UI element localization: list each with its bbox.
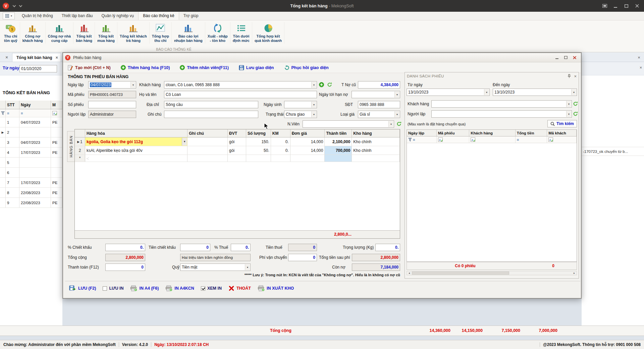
exit-button[interactable]: THOÁT — [228, 285, 251, 291]
ribbon-tab[interactable]: Báo cáo thống kê — [138, 11, 179, 20]
report-row[interactable]: 6 — [0, 168, 62, 178]
thanh-toan-input[interactable]: 0 — [105, 264, 145, 271]
chiet-khau-pct-input[interactable]: 0. — [105, 244, 145, 251]
product-col[interactable]: Kho hàng — [352, 129, 400, 137]
application-menu-button[interactable]: ▾ — [3, 12, 15, 19]
scroll-left-icon[interactable]: ◂ — [407, 271, 412, 275]
chevron-down-icon[interactable]: ▾ — [571, 89, 576, 95]
report-row-fragment[interactable]: -170723_ok chuyển từ b... — [582, 147, 644, 156]
report-row[interactable]: 304/07/2023PE — [0, 137, 62, 148]
ghi-chu-input[interactable] — [164, 111, 258, 118]
toolbar-customize-icon[interactable] — [19, 4, 22, 7]
loai-gia-combo[interactable]: Giá sỉ▾ — [358, 111, 400, 118]
ribbon-tab[interactable]: Quản lý nghiệp vụ — [97, 11, 139, 20]
product-col[interactable]: Đơn giá — [290, 129, 325, 137]
them-hang-hoa-button[interactable]: Thêm hàng hóa (F10) — [121, 65, 170, 70]
report-col[interactable]: Ngày — [19, 101, 51, 109]
print-a4kcn-button[interactable]: IN A4KCN — [165, 285, 194, 291]
ribbon-item-thu-chi-ton-quy[interactable]: $Thu chitồn quỹ — [2, 22, 20, 44]
refresh-customer-icon[interactable] — [327, 82, 332, 88]
quy-combo[interactable]: Tiền mặt▾ — [180, 264, 251, 271]
ribbon-tab[interactable]: Thiết lập ban đầu — [57, 11, 97, 20]
ribbon-item-tong-hop-thu-chi[interactable]: Tổng hợpthu chi — [150, 22, 172, 44]
trang-thai-combo[interactable]: Chưa giao▾ — [284, 111, 317, 118]
report-row[interactable]: 417/07/2023PE — [0, 148, 62, 158]
ho-ten-input[interactable]: Cô Loan — [164, 91, 317, 98]
nvien-combo[interactable]: ▾ — [303, 120, 394, 128]
close-button[interactable] — [633, 2, 641, 10]
ribbon-item-tong-ket-ban-hang[interactable]: Tổng kếtbán hàng — [73, 22, 95, 44]
report-col[interactable]: M — [51, 101, 62, 109]
search-button[interactable]: Tìm kiếm — [547, 120, 577, 127]
refresh-icon[interactable] — [573, 111, 578, 117]
report-row[interactable]: 822/08/2023PE — [0, 188, 62, 198]
receipt-col[interactable]: Mã khách — [547, 130, 577, 136]
ngay-lap-input[interactable]: 04/07/2023▾ — [88, 81, 136, 89]
receipt-col[interactable]: Mã phiếu — [437, 130, 470, 136]
tab-hang-ban[interactable]: HÀNG BÁN — [67, 131, 74, 162]
report-row[interactable]: 5 — [0, 158, 62, 168]
panel-close-icon[interactable]: × — [574, 74, 577, 79]
horizontal-scrollbar[interactable]: ◂ ▸ — [407, 271, 577, 275]
receipt-col[interactable]: Khách hàng — [469, 130, 515, 136]
ribbon-item-tong-hop-ket-qua-kinh-doanh[interactable]: Tổng hợp kếtquả kinh doanh — [252, 22, 284, 44]
screen-switch-icon[interactable] — [600, 2, 609, 10]
panel-caption[interactable]: DANH SÁCH PHIẾU × — [405, 72, 579, 80]
ribbon-item-bao-cao-loi-nhuan-ban-hang[interactable]: Báo cáo lợinhuận bán hàng — [172, 22, 205, 44]
khach-hang-combo[interactable]: cloan, Cô Loan, 0965 388 888▾ — [164, 81, 317, 89]
product-col[interactable]: Số lượng — [246, 129, 271, 137]
checkbox-checked-icon[interactable] — [201, 286, 205, 291]
receipt-filter-row[interactable]: =aa=a — [407, 136, 577, 143]
refresh-icon[interactable] — [573, 101, 578, 107]
product-col[interactable]: Thành tiền — [325, 129, 352, 137]
ribbon-item-tong-ket-khach-tra-hang[interactable]: Tổng kết kháchtrả hàng — [117, 22, 150, 44]
report-col[interactable]: STT — [6, 101, 19, 109]
dia-chi-input[interactable]: Sông cầu — [164, 101, 258, 108]
tabstrip-right-close-icon[interactable]: × — [636, 54, 642, 60]
han-no-combo[interactable]: ▾ — [352, 91, 400, 98]
pin-icon[interactable] — [567, 74, 571, 78]
ribbon-item-xuat-nhap-ton-kho[interactable]: Xuất - nhập- tồn kho — [205, 22, 230, 44]
product-col[interactable]: Hàng hóa — [85, 129, 187, 137]
scroll-right-icon[interactable]: ▸ — [572, 271, 577, 275]
dialog-maximize-button[interactable] — [561, 54, 570, 61]
report-from-date-input[interactable]: 01/10/2020 — [19, 65, 57, 72]
phi-van-chuyen-input[interactable]: 0 — [288, 254, 317, 261]
product-dropdown-icon[interactable]: ▼ — [182, 138, 187, 146]
maximize-button[interactable] — [622, 2, 631, 10]
dialog-titlebar[interactable]: V Phiếu bán hàng — [63, 53, 581, 62]
tab-close-icon[interactable]: × — [56, 55, 58, 60]
chevron-down-icon[interactable]: ▾ — [245, 264, 250, 270]
report-filter-row[interactable]: ==a — [0, 109, 62, 117]
minimize-button[interactable] — [611, 2, 620, 10]
report-row[interactable]: ▶2 — [0, 127, 62, 137]
ribbon-item-tong-ket-mua-hang[interactable]: Tổng kếtmua hàng — [95, 22, 117, 44]
tab-tong-ket-ban-hang[interactable]: Tổng kết bán hàng × — [12, 53, 61, 62]
dialog-close-button[interactable] — [570, 54, 579, 61]
checkbox-unchecked-icon[interactable] — [103, 286, 107, 291]
so-phieu-input[interactable] — [88, 101, 136, 108]
chevron-down-icon[interactable]: ▾ — [484, 89, 489, 95]
chevron-down-icon[interactable]: ▾ — [130, 82, 136, 88]
sdt-input[interactable]: 0965 388 888 — [358, 101, 400, 108]
panel-close-icon[interactable]: × — [640, 65, 642, 70]
report-row[interactable]: 922/08/2023PE — [0, 198, 62, 208]
chevron-down-icon[interactable]: ▾ — [311, 102, 316, 108]
tabstrip-close-icon[interactable]: × — [3, 54, 10, 61]
product-col[interactable]: KM — [271, 129, 290, 137]
chevron-down-icon[interactable]: ▾ — [311, 111, 316, 117]
panel-customer-combo[interactable]: ▾ — [431, 100, 572, 108]
save-button[interactable]: LƯU (F2) — [69, 285, 96, 291]
chevron-down-icon[interactable]: ▾ — [388, 121, 393, 127]
xem-in-checkbox[interactable]: XEM IN — [201, 286, 222, 291]
panel-from-date-input[interactable]: 13/10/2023▾ — [407, 89, 490, 96]
receipt-col[interactable]: Tổng tiền — [516, 130, 547, 136]
chevron-down-icon[interactable]: ▾ — [394, 111, 399, 117]
tao-moi-button[interactable]: Tạo mới (Ctrl + N) — [68, 65, 111, 70]
luu-in-checkbox[interactable]: LƯU IN — [103, 286, 123, 291]
them-nhan-vien-button[interactable]: Thêm nhân viên(F11) — [180, 65, 228, 70]
chevron-down-icon[interactable]: ▾ — [311, 82, 316, 88]
dialog-minimize-button[interactable] — [553, 54, 561, 61]
chevron-down-icon[interactable]: ▾ — [394, 92, 399, 98]
product-new-row[interactable]: *-: — [75, 155, 400, 162]
